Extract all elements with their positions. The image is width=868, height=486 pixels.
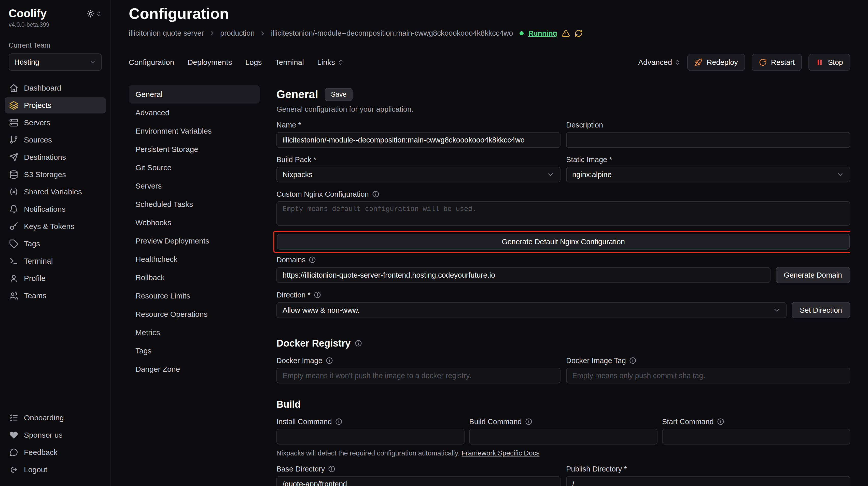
domains-input[interactable] xyxy=(276,267,771,283)
subnav-item-rollback[interactable]: Rollback xyxy=(129,268,260,287)
warning-icon[interactable] xyxy=(562,29,570,37)
breadcrumb-project[interactable]: illicitonion quote server xyxy=(129,29,204,37)
static-image-select[interactable]: nginx:alpine xyxy=(566,167,850,183)
info-icon[interactable] xyxy=(372,190,379,198)
set-direction-button[interactable]: Set Direction xyxy=(792,302,850,318)
tabbar-actions: Advanced Redeploy Restart Stop xyxy=(638,54,850,71)
info-icon[interactable] xyxy=(717,418,724,425)
tabs: Configuration Deployments Logs Terminal … xyxy=(129,58,344,67)
info-icon[interactable] xyxy=(328,465,336,473)
sidebar-item-shared-variables[interactable]: Shared Variables xyxy=(5,184,106,200)
sun-icon xyxy=(87,10,95,18)
subnav-item-tags[interactable]: Tags xyxy=(129,342,260,360)
general-heading: General xyxy=(276,88,318,101)
sidebar-item-tags[interactable]: Tags xyxy=(5,236,106,252)
info-icon[interactable] xyxy=(326,357,333,364)
subnav-item-git-source[interactable]: Git Source xyxy=(129,159,260,177)
redeploy-button[interactable]: Redeploy xyxy=(687,54,745,71)
sidebar-item-label: Tags xyxy=(24,239,40,248)
generate-domain-button[interactable]: Generate Domain xyxy=(776,267,850,283)
sidebar-item-terminal[interactable]: Terminal xyxy=(5,253,106,269)
subnav-item-danger-zone[interactable]: Danger Zone xyxy=(129,360,260,378)
subnav-item-scheduled-tasks[interactable]: Scheduled Tasks xyxy=(129,195,260,214)
build-command-input[interactable] xyxy=(469,429,657,445)
build-pack-select[interactable]: Nixpacks xyxy=(276,167,560,183)
stop-button[interactable]: Stop xyxy=(808,54,850,71)
sidebar-item-keys-tokens[interactable]: Keys & Tokens xyxy=(5,218,106,235)
sidebar-item-label: Feedback xyxy=(24,448,58,457)
nginx-config-textarea[interactable] xyxy=(276,201,850,226)
team-select-value: Hosting xyxy=(14,58,39,66)
info-icon[interactable] xyxy=(335,418,343,425)
base-directory-input[interactable] xyxy=(276,476,560,486)
info-icon[interactable] xyxy=(629,357,637,364)
team-select[interactable]: Hosting xyxy=(9,54,102,71)
subnav-item-servers[interactable]: Servers xyxy=(129,177,260,195)
server-icon xyxy=(9,118,18,127)
subnav-item-general[interactable]: General xyxy=(129,85,260,103)
users-icon xyxy=(9,291,18,300)
tab-links[interactable]: Links xyxy=(317,58,344,67)
sidebar-item-sources[interactable]: Sources xyxy=(5,132,106,148)
tab-terminal[interactable]: Terminal xyxy=(275,58,304,67)
refresh-status-icon[interactable] xyxy=(575,29,583,37)
direction-value: Allow www & non-www. xyxy=(283,306,360,315)
breadcrumb-application[interactable]: illicitestonion/-module--decomposition:m… xyxy=(271,29,513,37)
sidebar-item-projects[interactable]: Projects xyxy=(5,97,106,114)
subnav-item-environment-variables[interactable]: Environment Variables xyxy=(129,122,260,140)
generate-nginx-config-button[interactable]: Generate Default Nginx Configuration xyxy=(277,234,850,250)
info-icon[interactable] xyxy=(314,291,321,299)
subnav-item-resource-operations[interactable]: Resource Operations xyxy=(129,305,260,323)
sidebar-item-profile[interactable]: Profile xyxy=(5,270,106,287)
subnav-item-advanced[interactable]: Advanced xyxy=(129,103,260,122)
install-command-input[interactable] xyxy=(276,429,465,445)
subnav-item-persistent-storage[interactable]: Persistent Storage xyxy=(129,140,260,159)
start-command-input[interactable] xyxy=(662,429,850,445)
subnav-item-healthcheck[interactable]: Healthcheck xyxy=(129,250,260,268)
tab-deployments[interactable]: Deployments xyxy=(187,58,232,67)
name-input[interactable] xyxy=(276,132,560,148)
subnav-item-resource-limits[interactable]: Resource Limits xyxy=(129,287,260,305)
description-input[interactable] xyxy=(566,132,850,148)
advanced-menu[interactable]: Advanced xyxy=(638,58,681,67)
restart-button[interactable]: Restart xyxy=(752,54,802,71)
subnav-item-webhooks[interactable]: Webhooks xyxy=(129,214,260,232)
build-note: Nixpacks will detect the required config… xyxy=(276,449,850,457)
docker-image-tag-label: Docker Image Tag xyxy=(566,356,626,365)
static-image-label: Static Image * xyxy=(566,155,850,164)
highlight-annotation: Generate Default Nginx Configuration xyxy=(273,231,850,253)
sidebar-item-feedback[interactable]: Feedback xyxy=(5,444,106,460)
chevron-down-icon xyxy=(773,306,780,314)
subnav-item-preview-deployments[interactable]: Preview Deployments xyxy=(129,232,260,250)
tab-logs[interactable]: Logs xyxy=(245,58,262,67)
sidebar-item-destinations[interactable]: Destinations xyxy=(5,149,106,165)
database-icon xyxy=(9,170,18,179)
sidebar-item-dashboard[interactable]: Dashboard xyxy=(5,80,106,96)
save-button[interactable]: Save xyxy=(325,88,353,101)
sidebar-item-logout[interactable]: Logout xyxy=(5,461,106,478)
chevron-right-icon xyxy=(209,30,216,37)
breadcrumb-environment[interactable]: production xyxy=(220,29,254,37)
sidebar-item-notifications[interactable]: Notifications xyxy=(5,201,106,217)
docker-image-tag-input[interactable] xyxy=(566,368,850,384)
info-icon[interactable] xyxy=(525,418,532,425)
info-icon[interactable] xyxy=(354,339,362,347)
tab-configuration[interactable]: Configuration xyxy=(129,58,174,67)
sidebar-nav: Dashboard Projects Servers Sources Desti… xyxy=(0,80,111,304)
destination-icon xyxy=(9,153,18,162)
docker-image-input[interactable] xyxy=(276,368,560,384)
stop-icon xyxy=(815,58,824,66)
sidebar-item-onboarding[interactable]: Onboarding xyxy=(5,410,106,426)
theme-switcher[interactable] xyxy=(87,10,102,18)
direction-select[interactable]: Allow www & non-www. xyxy=(276,302,786,318)
status-link[interactable]: Running xyxy=(528,29,557,37)
docker-registry-heading: Docker Registry xyxy=(276,338,350,349)
framework-docs-link[interactable]: Framework Specific Docs xyxy=(462,449,539,457)
subnav-item-metrics[interactable]: Metrics xyxy=(129,323,260,342)
sidebar-item-sponsor-us[interactable]: Sponsor us xyxy=(5,427,106,443)
sidebar-item-servers[interactable]: Servers xyxy=(5,115,106,131)
publish-directory-input[interactable] xyxy=(566,476,850,486)
sidebar-item-s3-storages[interactable]: S3 Storages xyxy=(5,166,106,183)
info-icon[interactable] xyxy=(309,256,316,264)
sidebar-item-teams[interactable]: Teams xyxy=(5,288,106,304)
